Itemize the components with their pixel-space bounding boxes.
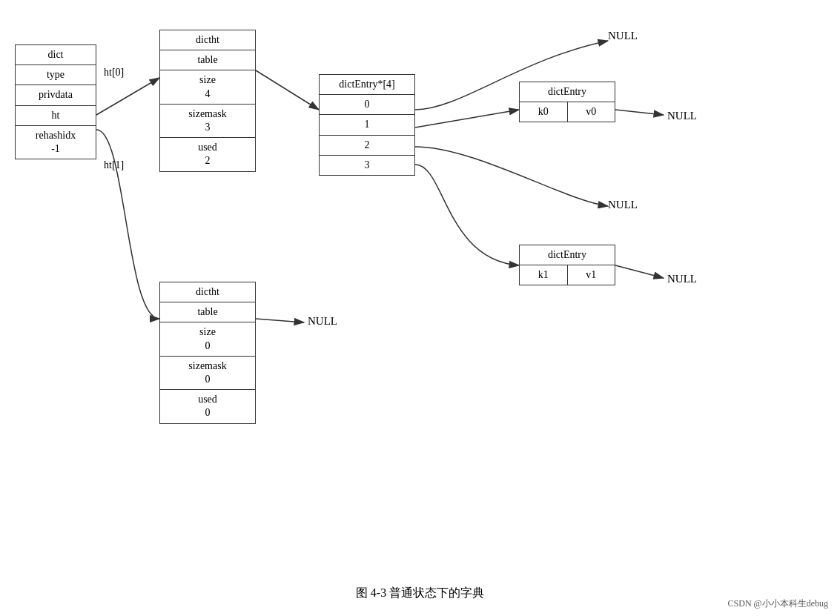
dict-entry1-v1: v1 (568, 265, 615, 285)
dictht1-cell-sizemask: sizemask0 (160, 357, 255, 390)
diagram: dict type privdata ht rehashidx-1 ht[0] … (0, 0, 840, 578)
dict-entry0-box: dictEntry k0 v0 (519, 82, 615, 122)
dict-entry0-v0: v0 (568, 102, 615, 122)
dict-entry1-box: dictEntry k1 v1 (519, 245, 615, 285)
entry-array-2: 2 (320, 136, 414, 156)
dictht0-cell-sizemask: sizemask3 (160, 105, 255, 138)
arrows-svg (0, 0, 840, 578)
dictht1-cell-used: used0 (160, 390, 255, 423)
entry-array-3: 3 (320, 156, 414, 175)
null-entry1-right: NULL (667, 273, 697, 285)
null-table1: NULL (308, 315, 337, 328)
null-top: NULL (608, 30, 638, 42)
dict-entry1-label: dictEntry (520, 245, 615, 265)
dictht1-cell-table: table (160, 302, 255, 322)
dict-cell-ht: ht (16, 106, 96, 126)
dict-entry0-label: dictEntry (520, 82, 615, 102)
dictht0-cell-table: table (160, 50, 255, 70)
entry-array-1: 1 (320, 115, 414, 135)
dictht0-cell-label: dictht (160, 30, 255, 50)
dictht1-cell-label: dictht (160, 282, 255, 302)
dict-cell-rehashidx: rehashidx-1 (16, 126, 96, 159)
entry-array-label: dictEntry*[4] (320, 75, 414, 95)
dict-cell-type: type (16, 65, 96, 85)
dictht1-box: dictht table size0 sizemask0 used0 (159, 282, 256, 424)
dict-cell-dict: dict (16, 45, 96, 65)
dict-entry1-k1: k1 (520, 265, 568, 285)
dict-box: dict type privdata ht rehashidx-1 (15, 44, 96, 159)
dict-cell-privdata: privdata (16, 85, 96, 105)
caption: 图 4-3 普通状态下的字典 (0, 578, 840, 604)
dictht1-cell-size: size0 (160, 322, 255, 356)
ht1-label: ht[1] (104, 159, 124, 171)
dictht0-box: dictht table size4 sizemask3 used2 (159, 30, 256, 172)
entry-array-0: 0 (320, 95, 414, 115)
null-entry0-right: NULL (667, 110, 697, 122)
entry-array-box: dictEntry*[4] 0 1 2 3 (319, 74, 415, 176)
ht0-label: ht[0] (104, 67, 124, 79)
dictht0-cell-used: used2 (160, 138, 255, 170)
dictht0-cell-size: size4 (160, 70, 255, 104)
null-array-2: NULL (608, 199, 638, 211)
watermark: CSDN @小小本科生debug (728, 597, 828, 610)
dict-entry0-k0: k0 (520, 102, 568, 122)
